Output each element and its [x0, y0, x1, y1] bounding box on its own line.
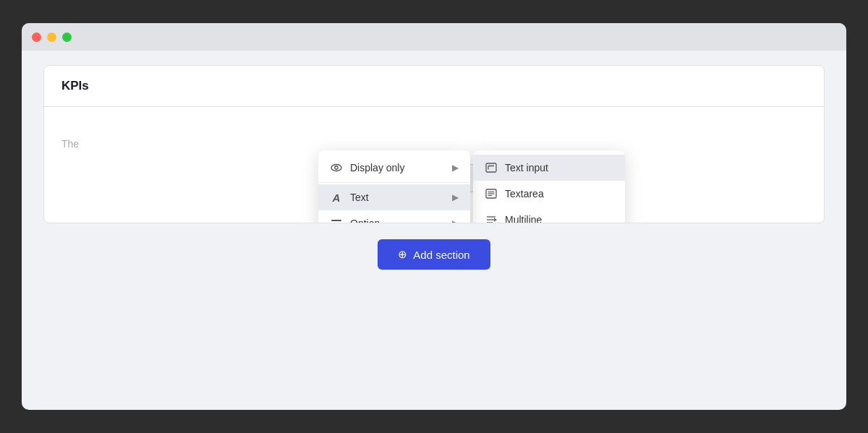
titlebar: [22, 23, 846, 51]
arrow-icon: ▶: [452, 163, 459, 173]
menu-item-display-only-label: Display only: [350, 162, 445, 173]
menu-item-text-input-label: Text input: [505, 162, 613, 173]
arrow-icon: ▶: [452, 218, 459, 223]
svg-rect-2: [331, 220, 341, 221]
menu-item-option-label: Option: [350, 218, 445, 223]
arrow-icon: ▶: [452, 192, 459, 202]
maximize-button[interactable]: [62, 33, 72, 42]
minimize-button[interactable]: [47, 33, 56, 42]
section-title: KPIs: [61, 79, 89, 93]
option-icon: [330, 217, 343, 223]
section-body: Display only ▶ A Text ▶: [44, 107, 824, 223]
svg-point-1: [335, 166, 338, 169]
menu-item-multiline[interactable]: Multiline: [473, 207, 625, 223]
multiline-icon: [485, 213, 498, 223]
menu-item-display-only[interactable]: Display only ▶: [318, 155, 470, 181]
svg-rect-3: [331, 223, 341, 223]
menu-item-option[interactable]: Option ▶: [318, 210, 470, 223]
section-card: KPIs: [43, 65, 825, 223]
dropdown-container: Display only ▶ A Text ▶: [318, 150, 625, 223]
menu-item-textarea-label: Textarea: [505, 188, 613, 200]
add-section-button[interactable]: ⊕ Add section: [378, 239, 490, 270]
menu-item-multiline-label: Multiline: [505, 214, 613, 223]
placeholder-text: The: [61, 138, 79, 150]
sub-dropdown-menu: Text input: [473, 150, 625, 223]
content-area: KPIs: [22, 51, 846, 410]
app-window: KPIs: [22, 23, 846, 410]
svg-rect-16: [486, 163, 496, 172]
text-input-icon: [485, 161, 498, 174]
menu-item-text-label: Text: [350, 192, 445, 203]
menu-item-text-input[interactable]: Text input: [473, 155, 625, 181]
textarea-icon: [485, 187, 498, 200]
section-header: KPIs: [44, 66, 824, 107]
menu-item-text[interactable]: A Text ▶: [318, 184, 470, 210]
eye-icon: [330, 161, 343, 174]
text-a-icon: A: [330, 191, 343, 204]
close-button[interactable]: [32, 33, 41, 42]
add-section-plus-icon: ⊕: [398, 248, 407, 261]
svg-point-0: [331, 165, 341, 171]
menu-item-textarea[interactable]: Textarea: [473, 181, 625, 207]
add-section-label: Add section: [413, 249, 469, 261]
main-dropdown-menu: Display only ▶ A Text ▶: [318, 150, 470, 223]
